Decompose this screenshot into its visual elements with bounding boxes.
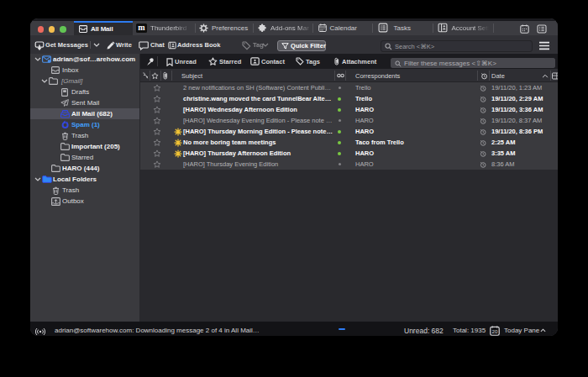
svg-text:20: 20 [492, 328, 498, 334]
